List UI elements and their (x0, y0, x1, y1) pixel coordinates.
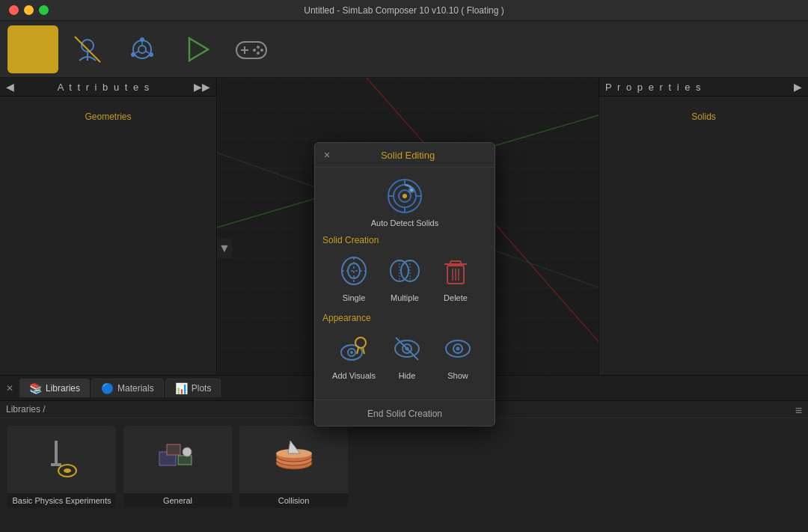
svg-point-93 (456, 347, 459, 351)
auto-detect-solids-icon (385, 177, 424, 215)
toolbar-play-button[interactable] (171, 25, 222, 73)
title-bar: Untitled - SimLab Composer 10 v10.10 ( F… (0, 0, 808, 21)
svg-rect-45 (51, 463, 61, 466)
single-icon (334, 251, 373, 290)
svg-point-51 (183, 447, 192, 456)
delete-item[interactable]: Delete (436, 251, 475, 302)
toolbar-connections-button[interactable] (117, 25, 168, 73)
svg-line-8 (38, 40, 41, 43)
play-icon (182, 34, 212, 64)
svg-line-86 (363, 348, 364, 354)
svg-line-7 (38, 55, 41, 58)
single-item[interactable]: Single (334, 251, 373, 302)
svg-rect-77 (450, 261, 461, 264)
tab-libraries[interactable]: 📚 Libraries (19, 379, 90, 397)
properties-panel: P r o p e r t i e s ▶ Solids (599, 78, 808, 418)
dialog-body: Auto Detect Solids Solid Creation (315, 168, 495, 400)
close-button[interactable] (9, 5, 19, 15)
add-visuals-icon (334, 329, 373, 368)
settings-icon (15, 31, 51, 67)
svg-rect-44 (55, 441, 58, 463)
show-icon (438, 329, 477, 368)
solid-editing-dialog: × Solid Editing (314, 142, 495, 426)
general-icon (156, 437, 201, 482)
show-item[interactable]: Show (438, 329, 477, 380)
delete-label: Delete (444, 293, 468, 302)
list-view-icon[interactable]: ≡ (795, 404, 802, 418)
attributes-title: A t t r i b u t e s (58, 82, 151, 93)
auto-detect-section: Auto Detect Solids (322, 177, 487, 227)
properties-next-button[interactable]: ▶ (794, 81, 802, 93)
show-label: Show (447, 371, 468, 380)
minimize-button[interactable] (24, 5, 34, 15)
svg-marker-22 (189, 38, 208, 61)
dialog-footer: End Solid Creation (315, 400, 495, 426)
solid-creation-icons: Single Multiple (334, 251, 475, 302)
model-icon (70, 32, 105, 67)
materials-tab-icon: 🔵 (101, 382, 114, 394)
svg-point-16 (140, 37, 144, 42)
auto-detect-item[interactable]: Auto Detect Solids (371, 177, 439, 227)
multiple-item[interactable]: Multiple (385, 251, 424, 302)
viewport-left-arrow[interactable]: ▼ (217, 239, 232, 258)
svg-point-1 (30, 46, 36, 52)
multiple-solid-icon (388, 254, 422, 288)
maximize-button[interactable] (39, 5, 49, 15)
show-svg-icon (441, 331, 475, 366)
attributes-content: Geometries (0, 97, 216, 418)
svg-marker-56 (288, 441, 300, 453)
attributes-header: ◀ A t t r i b u t e s ▶▶ (0, 78, 216, 97)
materials-tab-label: Materials (117, 383, 154, 394)
attributes-panel: ◀ A t t r i b u t e s ▶▶ Geometries (0, 78, 217, 418)
attributes-next-button[interactable]: ▶▶ (194, 81, 210, 93)
libraries-tab-icon: 📚 (29, 382, 42, 394)
tab-materials[interactable]: 🔵 Materials (91, 379, 164, 397)
library-item-thumb-general (123, 426, 232, 493)
solids-label: Solids (691, 111, 716, 122)
toolbar-settings-button[interactable] (7, 25, 58, 73)
add-visuals-item[interactable]: Add Visuals (332, 329, 376, 380)
svg-marker-10 (28, 63, 37, 67)
library-item-collision[interactable]: Collision (239, 426, 348, 508)
hide-item[interactable]: Hide (388, 329, 426, 380)
basic-physics-label: Basic Physics Experiments (7, 493, 116, 508)
dialog-close-button[interactable]: × (324, 149, 330, 161)
auto-detect-label: Auto Detect Solids (371, 218, 439, 227)
attributes-prev-button[interactable]: ◀ (6, 81, 14, 93)
single-label: Single (343, 293, 366, 302)
svg-point-66 (410, 189, 413, 192)
properties-content: Solids (599, 97, 808, 418)
svg-point-47 (64, 468, 71, 473)
window-title: Untitled - SimLab Composer 10 v10.10 ( F… (304, 5, 504, 16)
library-item-basic-physics[interactable]: Basic Physics Experiments (7, 426, 116, 508)
delete-icon (436, 251, 475, 290)
properties-title: P r o p e r t i e s (605, 82, 703, 93)
tab-plots[interactable]: 📊 Plots (165, 379, 221, 397)
collision-icon (272, 437, 316, 482)
collision-label: Collision (239, 493, 348, 508)
toolbar-model-button[interactable] (62, 25, 113, 73)
gamepad-icon (233, 34, 270, 64)
general-label: General (123, 493, 232, 508)
properties-header: P r o p e r t i e s ▶ (599, 78, 808, 97)
dialog-header: × Solid Editing (315, 143, 495, 168)
single-solid-icon (337, 254, 371, 288)
svg-line-9 (25, 55, 28, 58)
panel-content: Basic Physics Experiments General (0, 418, 808, 532)
solid-creation-section: Solid Creation Single (322, 235, 487, 305)
svg-point-84 (355, 337, 366, 348)
panel-close-button[interactable]: ✕ (6, 383, 13, 394)
end-solid-creation-button[interactable]: End Solid Creation (367, 409, 442, 419)
connections-icon (125, 32, 159, 67)
library-item-general[interactable]: General (123, 426, 232, 508)
appearance-label: Appearance (322, 313, 371, 323)
toolbar-gamepad-button[interactable] (226, 25, 277, 73)
add-visuals-label: Add Visuals (332, 371, 376, 380)
library-item-thumb-collision (239, 426, 348, 493)
appearance-icons: Add Visuals Hide (332, 329, 477, 380)
svg-point-27 (260, 49, 263, 52)
dialog-title: Solid Editing (330, 150, 486, 161)
solid-creation-label: Solid Creation (322, 235, 379, 245)
svg-point-17 (149, 52, 153, 57)
hide-svg-icon (390, 331, 424, 366)
